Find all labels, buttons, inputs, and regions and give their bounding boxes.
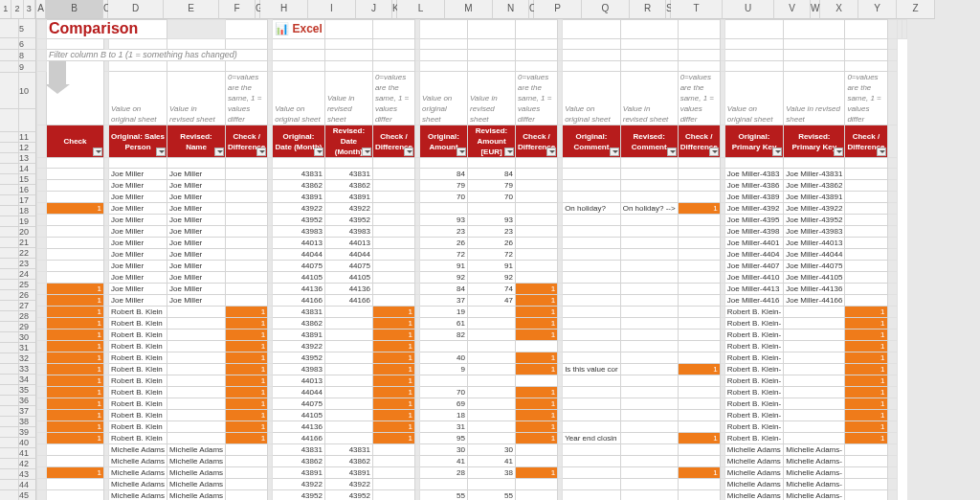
row-37[interactable]: 37	[19, 406, 36, 417]
table-row[interactable]: Joe MillerJoe Miller43862438627979Joe Mi…	[37, 180, 907, 192]
filter-dropdown-icon[interactable]	[256, 148, 266, 156]
row-34[interactable]: 34	[19, 375, 36, 385]
col-E[interactable]: E	[164, 0, 219, 19]
table-row[interactable]: Joe MillerJoe Miller43952439529393Joe Mi…	[37, 215, 907, 226]
table-row[interactable]: 1Robert B. Klein1440751691Robert B. Klei…	[37, 398, 907, 410]
row-21[interactable]: 21	[19, 238, 36, 248]
row-8[interactable]: 8	[19, 50, 36, 61]
row-15[interactable]: 15	[19, 174, 36, 185]
filter-dropdown-icon[interactable]	[93, 148, 102, 156]
table-row[interactable]: Michelle AdamsMichelle Adams4392243922Mi…	[37, 479, 907, 490]
row-45[interactable]: 45	[19, 490, 36, 500]
table-row[interactable]: Michelle AdamsMichelle Adams439524395255…	[37, 490, 907, 501]
row-43[interactable]: 43	[19, 469, 36, 480]
row-25[interactable]: 25	[19, 280, 36, 290]
row-19[interactable]: 19	[19, 216, 36, 227]
table-row[interactable]: Joe MillerJoe Miller43983439832323Joe Mi…	[37, 226, 907, 238]
filter-dropdown-icon[interactable]	[834, 148, 843, 156]
col-V[interactable]: V	[774, 0, 811, 19]
table-row[interactable]: 1Robert B. Klein1438911821Robert B. Klei…	[37, 330, 907, 341]
row-39[interactable]: 39	[19, 427, 36, 438]
filter-dropdown-icon[interactable]	[404, 148, 413, 156]
row-9[interactable]: 9	[19, 61, 36, 73]
row-6[interactable]: 6	[19, 38, 36, 50]
table-row[interactable]: 1Robert B. Klein1439521401Robert B. Klei…	[37, 352, 907, 364]
col-B[interactable]: B	[46, 0, 103, 19]
row-13[interactable]: 13	[19, 153, 36, 164]
table-row[interactable]: Michelle AdamsMichelle Adams438314383130…	[37, 444, 907, 456]
table-row[interactable]: Joe MillerJoe Miller44044440447272Joe Mi…	[37, 249, 907, 261]
row-16[interactable]: 16	[19, 185, 36, 195]
filter-dropdown-icon[interactable]	[504, 148, 514, 156]
col-Q[interactable]: Q	[582, 0, 630, 19]
filter-dropdown-icon[interactable]	[214, 148, 224, 156]
table-row[interactable]: Joe MillerJoe Miller43891438917070Joe Mi…	[37, 192, 907, 203]
row-27[interactable]: 27	[19, 301, 36, 311]
col-R[interactable]: R	[630, 0, 666, 19]
filter-dropdown-icon[interactable]	[877, 148, 886, 156]
filter-dropdown-icon[interactable]	[457, 148, 466, 156]
row-[interactable]	[19, 109, 36, 132]
table-row[interactable]: Joe MillerJoe Miller44013440132626Joe Mi…	[37, 238, 907, 249]
row-40[interactable]: 40	[19, 438, 36, 448]
col-T[interactable]: T	[671, 0, 723, 19]
row-36[interactable]: 36	[19, 396, 36, 406]
col-L[interactable]: L	[397, 0, 445, 19]
filter-dropdown-icon[interactable]	[610, 148, 619, 156]
col-Y[interactable]: Y	[858, 0, 897, 19]
col-M[interactable]: M	[445, 0, 493, 19]
col-H[interactable]: H	[260, 0, 308, 19]
table-row[interactable]: 1Robert B. Klein1441361311Robert B. Klei…	[37, 421, 907, 433]
col-U[interactable]: U	[723, 0, 774, 19]
outline-3[interactable]: 3	[24, 0, 35, 18]
table-row[interactable]: 1Robert B. Klein1438621611Robert B. Klei…	[37, 318, 907, 330]
table-row[interactable]: Joe MillerJoe Miller44105441059292Joe Mi…	[37, 272, 907, 284]
row-30[interactable]: 30	[19, 332, 36, 343]
column-headers[interactable]: ABCDEFGHIJKLMNOPQRSTUVWXYZ	[36, 0, 935, 19]
table-row[interactable]: 1Robert B. Klein1438311191Robert B. Klei…	[37, 307, 907, 318]
row-41[interactable]: 41	[19, 448, 36, 459]
row-23[interactable]: 23	[19, 259, 36, 269]
table-row[interactable]: Joe MillerJoe Miller44075440759191Joe Mi…	[37, 261, 907, 272]
col-N[interactable]: N	[493, 0, 529, 19]
filter-dropdown-icon[interactable]	[667, 148, 677, 156]
col-W[interactable]: W	[811, 0, 820, 19]
col-Z[interactable]: Z	[897, 0, 935, 19]
table-row[interactable]: 1Robert B. Klein1441051181Robert B. Klei…	[37, 410, 907, 421]
row-24[interactable]: 24	[19, 269, 36, 280]
row-35[interactable]: 35	[19, 385, 36, 396]
row-32[interactable]: 32	[19, 353, 36, 364]
outline-level-selector[interactable]: 1 2 3	[0, 0, 36, 19]
table-row[interactable]: 1Joe MillerJoe Miller441364413684741Joe …	[37, 284, 907, 295]
row-42[interactable]: 42	[19, 459, 36, 469]
filter-dropdown-icon[interactable]	[772, 148, 782, 156]
col-J[interactable]: J	[356, 0, 392, 19]
filter-dropdown-icon[interactable]	[709, 148, 719, 156]
table-row[interactable]: Michelle AdamsMichelle Adams438624386241…	[37, 456, 907, 467]
table-row[interactable]: Joe MillerJoe Miller43831438318484Joe Mi…	[37, 169, 907, 180]
outline-2[interactable]: 2	[11, 0, 23, 18]
row-38[interactable]: 38	[19, 417, 36, 427]
row-31[interactable]: 31	[19, 343, 36, 353]
table-row[interactable]: 1Robert B. Klein1440131Robert B. Klein-1	[37, 375, 907, 387]
table-row[interactable]: 1Robert B. Klein1439221Robert B. Klein-1	[37, 341, 907, 352]
row-12[interactable]: 12	[19, 143, 36, 153]
row-5[interactable]: 5	[19, 19, 36, 38]
row-44[interactable]: 44	[19, 480, 36, 490]
table-row[interactable]: 1Michelle AdamsMichelle Adams43891438912…	[37, 467, 907, 479]
table-row[interactable]: 1Robert B. Klein1440441701Robert B. Klei…	[37, 387, 907, 398]
row-11[interactable]: 11	[19, 132, 36, 143]
filter-dropdown-icon[interactable]	[546, 148, 556, 156]
table-row[interactable]: 1Joe MillerJoe Miller441664416637471Joe …	[37, 295, 907, 307]
col-I[interactable]: I	[308, 0, 356, 19]
col-X[interactable]: X	[820, 0, 858, 19]
col-D[interactable]: D	[108, 0, 164, 19]
row-18[interactable]: 18	[19, 206, 36, 216]
row-20[interactable]: 20	[19, 227, 36, 238]
filter-dropdown-icon[interactable]	[362, 148, 371, 156]
table-row[interactable]: 1Robert B. Klein143983191Is this value c…	[37, 364, 907, 375]
table-row[interactable]: 1Robert B. Klein1441661951Year end closi…	[37, 433, 907, 444]
col-F[interactable]: F	[219, 0, 256, 19]
table-row[interactable]: 1Joe MillerJoe Miller4392243922On holida…	[37, 203, 907, 215]
filter-dropdown-icon[interactable]	[156, 148, 166, 156]
